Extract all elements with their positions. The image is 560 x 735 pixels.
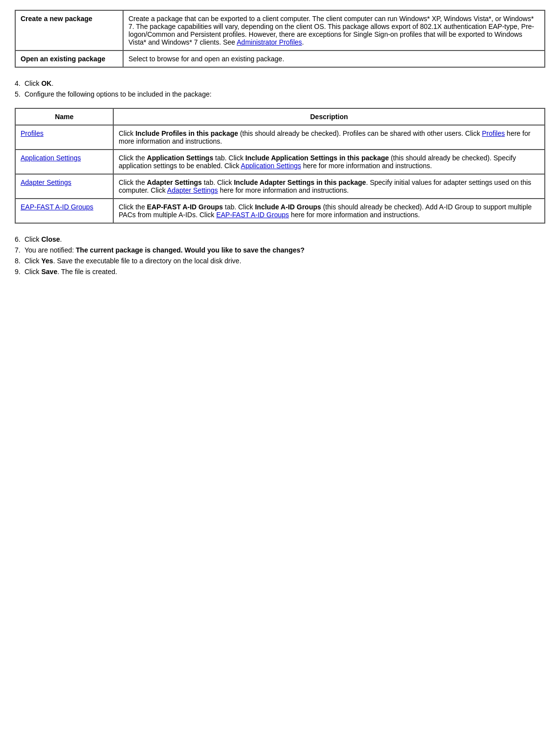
bottom-step-item: 9.Click Save. The file is created. [15, 268, 545, 276]
config-option-name[interactable]: EAP-FAST A-ID Groups [15, 199, 113, 223]
configure-options-table: Name Description ProfilesClick Include P… [15, 108, 545, 224]
step-number: 4. [15, 79, 21, 87]
col-header-name: Name [15, 108, 113, 125]
administrator-profiles-link[interactable]: Administrator Profiles [237, 38, 302, 46]
config-option-link[interactable]: Adapter Settings [21, 178, 72, 186]
config-option-name[interactable]: Profiles [15, 125, 113, 150]
package-option-name: Create a new package [15, 10, 123, 51]
config-desc-bold: Include Adapter Settings in this package [234, 178, 366, 186]
step-bold-text: Save [41, 268, 57, 276]
config-desc-bold: Include Profiles in this package [135, 129, 238, 137]
package-option-description: Select to browse for and open an existin… [123, 51, 545, 67]
config-desc-link[interactable]: Application Settings [241, 162, 301, 170]
top-package-table: Create a new packageCreate a package tha… [15, 10, 545, 68]
config-desc-bold: Include A-ID Groups [255, 203, 321, 211]
config-option-description: Click the Application Settings tab. Clic… [113, 150, 545, 174]
step-number: 9. [15, 268, 21, 276]
bottom-step-item: 6.Click Close. [15, 235, 545, 243]
config-desc-bold: Include Application Settings in this pac… [245, 154, 389, 162]
step-bold-text: Yes [41, 257, 53, 265]
package-option-description: Create a package that can be exported to… [123, 10, 545, 51]
config-desc-link[interactable]: Profiles [482, 129, 505, 137]
step-number: 6. [15, 235, 21, 243]
config-desc-bold: Application Settings [147, 154, 213, 162]
config-option-description: Click the Adapter Settings tab. Click In… [113, 174, 545, 199]
config-desc-link[interactable]: EAP-FAST A-ID Groups [216, 211, 289, 219]
bottom-step-item: 7.You are notified: The current package … [15, 246, 545, 254]
config-desc-bold: EAP-FAST A-ID Groups [147, 203, 223, 211]
step-number: 8. [15, 257, 21, 265]
config-option-name[interactable]: Application Settings [15, 150, 113, 174]
col-header-description: Description [113, 108, 545, 125]
config-option-description: Click the EAP-FAST A-ID Groups tab. Clic… [113, 199, 545, 223]
bottom-step-item: 8.Click Yes. Save the executable file to… [15, 257, 545, 265]
config-option-link[interactable]: Profiles [21, 129, 44, 137]
step-number: 5. [15, 90, 21, 98]
config-option-link[interactable]: Application Settings [21, 154, 81, 162]
step-bold-text: Close [41, 235, 60, 243]
config-desc-bold: Adapter Settings [147, 178, 202, 186]
package-option-name: Open an existing package [15, 51, 123, 67]
config-option-description: Click Include Profiles in this package (… [113, 125, 545, 150]
step-item: 4.Click OK. [15, 79, 545, 87]
step-item: 5.Configure the following options to be … [15, 90, 545, 98]
config-desc-link[interactable]: Adapter Settings [167, 186, 218, 194]
step-number: 7. [15, 246, 21, 254]
config-option-name[interactable]: Adapter Settings [15, 174, 113, 199]
step-bold-text: OK [41, 79, 51, 87]
step-bold-text: The current package is changed. Would yo… [76, 246, 305, 254]
config-option-link[interactable]: EAP-FAST A-ID Groups [21, 203, 93, 211]
